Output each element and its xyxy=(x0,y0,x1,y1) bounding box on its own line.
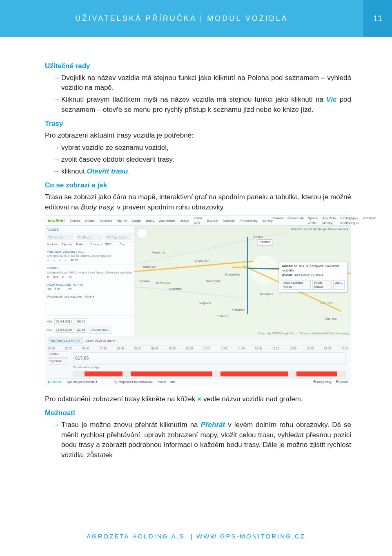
toolbar-tab[interactable]: Exporty xyxy=(207,216,218,225)
trasy-item: zvolit časové období sledování trasy, xyxy=(53,155,351,165)
map-town-label: Rožňavov xyxy=(156,281,171,286)
toolbar-tab[interactable]: Alarmy xyxy=(117,216,127,225)
timeline-ignition-bar[interactable] xyxy=(73,371,346,377)
toolbar-right-item[interactable]: admin@gps-monitoring.cz xyxy=(340,216,359,225)
timeline-panel: Kamion (26.2 km) ✕ 23.04.2015 03:38:40 0… xyxy=(45,336,351,385)
sidebar-filters: Filtr vozidla Filtr Región Filtr Typ voz… xyxy=(45,234,134,242)
toolbar-right: ManuálNastaveniaSpätná väzbaAgroZeta uká… xyxy=(273,216,376,225)
app-screenshot: ecofleet VozidlaOblastiUdálostiAlarmyCar… xyxy=(45,216,351,386)
open-route-button[interactable]: Otvoriť trasu xyxy=(89,327,112,334)
map-town-label: Drienovec xyxy=(225,272,240,277)
toolbar-tab[interactable]: Brány xyxy=(146,216,154,225)
vehicle-row[interactable]: KamionUnnamed Road, 040 01 Hrašová nad T… xyxy=(45,265,134,281)
close-x-symbol: × xyxy=(197,395,201,403)
timeline-bottombar: ▶ Prehrať Rýchlosť prehrávania ▾ 🔍 Prisp… xyxy=(45,378,351,386)
tips-list: Dvojklik na název vozidla má stejnou fun… xyxy=(45,73,351,115)
heading-tips: Užitečné rady xyxy=(45,61,351,71)
date-from[interactable]: 23.04.2015 xyxy=(54,318,74,325)
trasy-item: vybrat vozidlo ze seznamu vozidel, xyxy=(53,143,351,153)
filter-vehicle[interactable]: Filtr vozidla xyxy=(47,235,74,240)
timeline-tab-kamion[interactable]: Kamion (26.2 km) ✕ xyxy=(48,338,83,344)
sidebar-columns: VozidloRýchlosPalivoPrainz nGPSČas xyxy=(45,242,134,248)
popup-btn-more[interactable]: Viac… xyxy=(333,280,345,290)
toolbar-right-item[interactable]: Manuál xyxy=(273,216,283,225)
text: Kliknutí pravým tlačítkem myši na název … xyxy=(61,96,326,103)
timeline-timestamp: 23.04.2015 03:38:40 xyxy=(85,338,115,343)
popup-addr-label: Adresa: xyxy=(282,264,293,268)
options-list: Trasu je možno znovu přehrát kliknutím n… xyxy=(45,420,351,460)
map-town-label: Sobvov xyxy=(139,279,150,284)
body-trasy-button[interactable]: ☰ Body trasy xyxy=(313,380,332,385)
toolbar-tab[interactable]: Oblasti xyxy=(85,216,95,225)
map-town-label: Smíchov xyxy=(143,265,156,269)
toolbar-tab[interactable]: Náklady xyxy=(223,216,235,225)
toolbar-tab[interactable]: Záznamník xyxy=(159,216,176,225)
speed-value: 617.86 xyxy=(75,355,89,362)
popup-btn-nearest[interactable]: Nájsť najbližšie vozidlo xyxy=(282,280,311,290)
map-attribution: Údaje máp ©2015 Google 1 km ⸺ Zmluvné po… xyxy=(258,331,349,335)
poloha-link[interactable]: Poloha xyxy=(85,295,94,298)
fit-screen-link[interactable]: Prispôsobiť na obrazovku xyxy=(47,295,82,298)
text: kliknout xyxy=(61,167,87,175)
popup-btn-send[interactable]: Poslať správu xyxy=(312,280,331,290)
map-town-label: Cesnica xyxy=(325,316,336,321)
timeline-speed-graph[interactable]: 617.86 xyxy=(73,352,346,365)
map-town-label: Čequvce xyxy=(321,301,334,306)
text: Pro odstranění zobrazení trasy klikněte … xyxy=(45,395,197,403)
label-to: Do: xyxy=(47,327,52,332)
app-body: Vozidlá Filtr vozidla Filtr Región Filtr… xyxy=(45,226,351,336)
trasy-item: kliknout Otevřít trasu. xyxy=(53,167,351,177)
map-town-label: Pišachy xyxy=(216,314,228,319)
toolbar-tab[interactable]: Správy xyxy=(263,216,273,225)
toolbar-tab[interactable]: Události xyxy=(100,216,112,225)
remove-route-para: Pro odstranění zobrazení trasy klikněte … xyxy=(45,394,351,405)
vehicle-row[interactable]: NEW HOLLAND TG 4751015030 xyxy=(45,281,134,294)
header-title: UŽIVATELSKÁ PŘÍRUČKA | MODUL VOZIDLA xyxy=(0,0,363,37)
app-logo: ecofleet xyxy=(48,218,65,224)
display-para: Trasa se zobrazí jako čára na mapě, inte… xyxy=(45,192,351,212)
tl-tab-speed[interactable]: Rýchlosť xyxy=(48,358,68,365)
emphasis-prehrat: Přehrát xyxy=(201,421,225,429)
map-view[interactable]: Zobraziť ukončenia Google hlavná mapa ▾ … xyxy=(134,226,351,336)
poloha-link-b[interactable]: Poloha xyxy=(157,380,166,385)
app-toolbar: ecofleet VozidlaOblastiUdálostiAlarmyCar… xyxy=(45,216,351,226)
toolbar-right-item[interactable]: Odhlásiť xyxy=(363,216,376,225)
sidebar-title: Vozidlá xyxy=(45,226,134,234)
toolbar-tab[interactable]: Kniha jázd xyxy=(194,216,202,225)
playback-speed[interactable]: Rýchlosť prehrávania ▾ xyxy=(65,380,97,385)
heading-trasy: Trasy xyxy=(45,119,351,129)
page-content: Užitečné rady Dvojklik na název vozidla … xyxy=(0,37,392,477)
page-footer: AGROZETA HOLDING A.S. | WWW.GPS-MONITORI… xyxy=(0,533,392,540)
map-pin-kamion[interactable]: Kamion xyxy=(258,239,272,245)
info-link[interactable]: Info xyxy=(170,380,176,385)
tl-tab-preview[interactable]: Náhľad xyxy=(48,351,68,358)
fit-link[interactable]: Prispôsobiť na obrazovku xyxy=(118,380,153,384)
toolbar-right-item[interactable]: Spätná väzba xyxy=(308,216,318,225)
toolbar-tab[interactable]: Vozidla xyxy=(70,216,80,225)
filter-region[interactable]: Filtr Región xyxy=(76,235,103,240)
toolbar-tab[interactable]: Cargo xyxy=(132,216,141,225)
sidebar: Vozidlá Filtr vozidla Filtr Región Filtr… xyxy=(45,226,134,336)
popup-wgs: 48.594602; 21.06531 xyxy=(294,273,323,277)
text: . xyxy=(128,167,130,175)
label-from: Od: xyxy=(47,319,53,324)
toolbar-tab[interactable]: Jazdy xyxy=(180,216,189,225)
map-town-label: Mahuťov xyxy=(232,307,245,312)
sumar-button[interactable]: ☰ Sumár xyxy=(336,380,348,385)
heading-display: Co se zobrazí a jak xyxy=(45,180,351,191)
time-to[interactable]: 23:59 xyxy=(76,327,87,333)
toolbar-right-item[interactable]: AgroZeta ukážky xyxy=(322,216,336,225)
filter-type[interactable]: Filtr Typ vozidla xyxy=(105,235,132,240)
vehicle-row[interactable]: Fiat Dobo Vysočiny / Ví...Dvořáka 2084/1… xyxy=(45,248,134,265)
emphasis-open-route: Otevřít trasu xyxy=(87,167,128,175)
date-to[interactable]: 23.04.2015 xyxy=(54,327,74,333)
time-from[interactable]: 00:00 xyxy=(76,318,87,325)
map-town-label: Mečenov xyxy=(151,250,165,255)
tip-item: Dvojklik na název vozidla má stejnou fun… xyxy=(53,73,351,93)
toolbar-tab[interactable]: Pripomienky xyxy=(240,216,258,225)
sidebar-date-controls: Od: 23.04.2015 00:00 Do: 23.04.2015 23:5… xyxy=(45,316,134,336)
play-button[interactable]: ▶ Prehrať xyxy=(48,380,61,385)
map-town-label: Dobíanad xyxy=(206,279,220,284)
toolbar-right-item[interactable]: Nastavenia xyxy=(287,216,304,225)
trasy-intro: Pro zobrazení aktuální trasy vozidla je … xyxy=(45,131,351,141)
